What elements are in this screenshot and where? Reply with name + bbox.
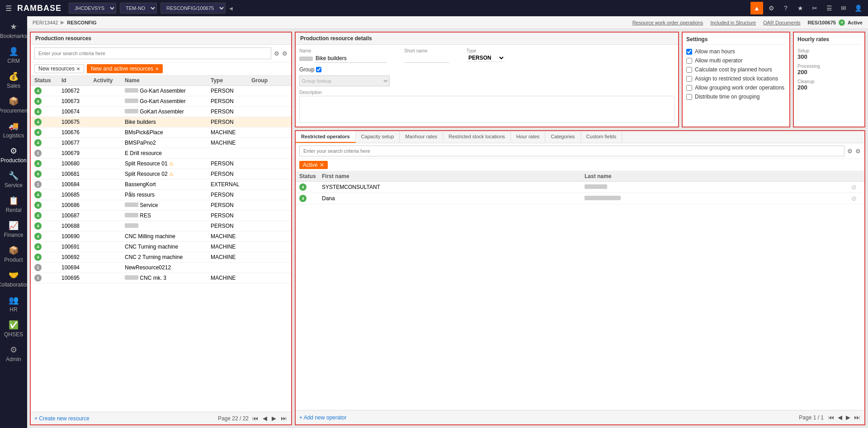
- short-name-input[interactable]: [404, 54, 449, 63]
- new-resources-remove[interactable]: ✕: [76, 66, 80, 71]
- sidebar-item-bookmarks[interactable]: ★ Bookmarks: [0, 18, 27, 43]
- new-active-resources-tag[interactable]: New and active resources ✕: [87, 64, 163, 73]
- qar-documents-action[interactable]: QAR Documents: [763, 20, 801, 25]
- filter-icon[interactable]: ⚙: [274, 50, 279, 57]
- tab-categories[interactable]: Categories: [545, 131, 580, 143]
- module-dropdown[interactable]: RESCONFIG/100675: [160, 3, 226, 14]
- star-icon[interactable]: ★: [794, 2, 807, 14]
- active-filter-tag[interactable]: Active ✕: [299, 161, 328, 169]
- table-row[interactable]: 4 100686 Service PERSON: [31, 200, 291, 211]
- short-name-label: Short name: [404, 48, 449, 53]
- add-operator-link[interactable]: + Add new operator: [299, 414, 346, 421]
- table-row[interactable]: 4 100690 CNC Milling machine MACHINE: [31, 231, 291, 242]
- first-page-btn[interactable]: ⏮: [251, 414, 259, 423]
- list-icon[interactable]: ☰: [823, 2, 835, 14]
- bottom-search-input[interactable]: [299, 146, 844, 156]
- type-select[interactable]: PERSON MACHINE EXTERNAL: [467, 54, 505, 62]
- sidebar-item-product[interactable]: 📦 Product: [0, 242, 27, 267]
- calculate-cost-checkbox[interactable]: [686, 67, 692, 73]
- scissors-icon[interactable]: ✂: [808, 2, 821, 14]
- breadcrumb-per[interactable]: PER/13442: [33, 20, 58, 25]
- sidebar-item-production[interactable]: ⚙ Production: [0, 142, 27, 167]
- next-page-btn[interactable]: ▶: [271, 414, 277, 423]
- assign-restricted-checkbox[interactable]: [686, 76, 692, 82]
- mail-icon[interactable]: ✉: [837, 2, 850, 14]
- bottom-next-page[interactable]: ▶: [845, 413, 851, 422]
- table-row[interactable]: 1 100684 BassengKort EXTERNAL: [31, 179, 291, 190]
- operator-row[interactable]: 4 Dana ⊘: [296, 193, 864, 204]
- help-icon[interactable]: ?: [779, 2, 792, 14]
- table-row[interactable]: 4 100685 Påls ressurs PERSON: [31, 190, 291, 200]
- table-row[interactable]: 4 100688 PERSON: [31, 221, 291, 231]
- sidebar-item-logistics[interactable]: 🚚 Logistics: [0, 118, 27, 142]
- sidebar-label-admin: Admin: [6, 356, 21, 362]
- allow-multi-operator-checkbox[interactable]: [686, 58, 692, 64]
- tenant-dropdown[interactable]: TEM-NO: [120, 3, 157, 14]
- tab-capacity-setup[interactable]: Capacity setup: [356, 131, 400, 143]
- user-icon[interactable]: 👤: [852, 2, 864, 14]
- sidebar-item-sales[interactable]: 💰 Sales: [0, 68, 27, 93]
- allow-man-hours-checkbox[interactable]: [686, 49, 692, 55]
- tab-restricted-operators[interactable]: Restricted operators: [296, 131, 356, 143]
- sidebar-item-collaboration[interactable]: 🤝 Collaboration: [0, 267, 27, 292]
- remove-operator-btn[interactable]: ⊘: [847, 195, 861, 202]
- sidebar-item-service[interactable]: 🔧 Service: [0, 167, 27, 192]
- table-row[interactable]: 4 100692 CNC 2 Turning machine MACHINE: [31, 252, 291, 263]
- active-tag-remove[interactable]: ✕: [320, 162, 324, 168]
- table-row[interactable]: 1 100679 E Drill resource: [31, 148, 291, 159]
- bottom-settings-icon[interactable]: ⚙: [855, 148, 861, 155]
- table-row[interactable]: 4 100676 BMsPick&Place MACHINE: [31, 127, 291, 138]
- distribute-time-checkbox[interactable]: [686, 94, 692, 100]
- sidebar-item-finance[interactable]: 📈 Finance: [0, 217, 27, 242]
- service-icon: 🔧: [9, 171, 19, 181]
- bottom-filter-icon[interactable]: ⚙: [847, 148, 853, 155]
- tab-manhour-rates[interactable]: Manhour rates: [400, 131, 443, 143]
- included-in-structure-action[interactable]: Included in Structure: [710, 20, 756, 25]
- table-row[interactable]: 1 100694 NewResource0212: [31, 263, 291, 273]
- menu-icon[interactable]: ☰: [4, 2, 14, 14]
- table-row[interactable]: 4 100680 Split Resource 01 ⚠ PERSON: [31, 159, 291, 169]
- group-checkbox[interactable]: [316, 67, 321, 72]
- table-row[interactable]: 4 100691 CNC Turning machine MACHINE: [31, 242, 291, 252]
- remove-operator-btn[interactable]: ⊘: [847, 183, 861, 191]
- sidebar-item-admin[interactable]: ⚙ Admin: [0, 341, 27, 366]
- bottom-prev-page[interactable]: ◀: [837, 413, 843, 422]
- name-input[interactable]: [315, 54, 387, 63]
- table-row[interactable]: 4 100673 Go-Kart Assembler PERSON: [31, 96, 291, 107]
- table-row[interactable]: 4 100672 Go-Kart Assembler PERSON: [31, 86, 291, 96]
- allow-grouping-checkbox[interactable]: [686, 85, 692, 91]
- bell-icon[interactable]: ▲: [750, 2, 763, 14]
- sidebar-item-procurement[interactable]: 📦 Procurement: [0, 93, 27, 118]
- sidebar-item-hr[interactable]: 👥 HR: [0, 292, 27, 316]
- table-row[interactable]: 4 100677 BMSPaPno2 MACHINE: [31, 138, 291, 148]
- row-id: 100674: [61, 108, 93, 115]
- resource-work-order-action[interactable]: Resource work order operations: [632, 20, 703, 25]
- new-resources-tag[interactable]: New resources ✕: [34, 64, 84, 73]
- sidebar-item-rental[interactable]: 📋 Rental: [0, 192, 27, 217]
- table-row[interactable]: 4 100681 Split Resource 02 ⚠ PERSON: [31, 169, 291, 179]
- bottom-first-page[interactable]: ⏮: [827, 413, 835, 422]
- create-resource-link[interactable]: + Create new resource: [34, 415, 90, 422]
- sidebar-item-crm[interactable]: 👤 CRM: [0, 43, 27, 68]
- tab-custom-fields[interactable]: Custom fields: [581, 131, 623, 143]
- last-page-btn[interactable]: ⏭: [280, 414, 288, 423]
- status-1-icon: 1: [34, 150, 42, 157]
- settings-icon[interactable]: ⚙: [765, 2, 778, 14]
- row-id: 100684: [61, 181, 93, 188]
- bottom-last-page[interactable]: ⏭: [853, 413, 861, 422]
- description-textarea[interactable]: [299, 96, 675, 123]
- left-search-input[interactable]: [34, 47, 271, 59]
- tab-restricted-stock[interactable]: Restricted stock locations: [443, 131, 511, 143]
- table-row[interactable]: 4 100674 GoKart Assembler PERSON: [31, 107, 291, 117]
- prev-page-btn[interactable]: ◀: [262, 414, 268, 423]
- settings-filter-icon[interactable]: ⚙: [282, 50, 288, 57]
- system-dropdown[interactable]: JHCDEVSYS: [69, 3, 116, 14]
- tab-hour-rates[interactable]: Hour rates: [511, 131, 545, 143]
- operator-row[interactable]: 4 SYSTEMCONSULTANT ⊘: [296, 182, 864, 193]
- group-lookup-select[interactable]: Group lookup: [299, 75, 390, 86]
- new-active-resources-remove[interactable]: ✕: [155, 66, 159, 71]
- sidebar-item-qhses[interactable]: ✅ QHSES: [0, 316, 27, 341]
- table-row[interactable]: 4 100687 RES PERSON: [31, 211, 291, 221]
- table-row-selected[interactable]: 4 100675 Bike builders PERSON: [31, 117, 291, 127]
- table-row[interactable]: 1 100695 CNC mk. 3 MACHINE: [31, 273, 291, 283]
